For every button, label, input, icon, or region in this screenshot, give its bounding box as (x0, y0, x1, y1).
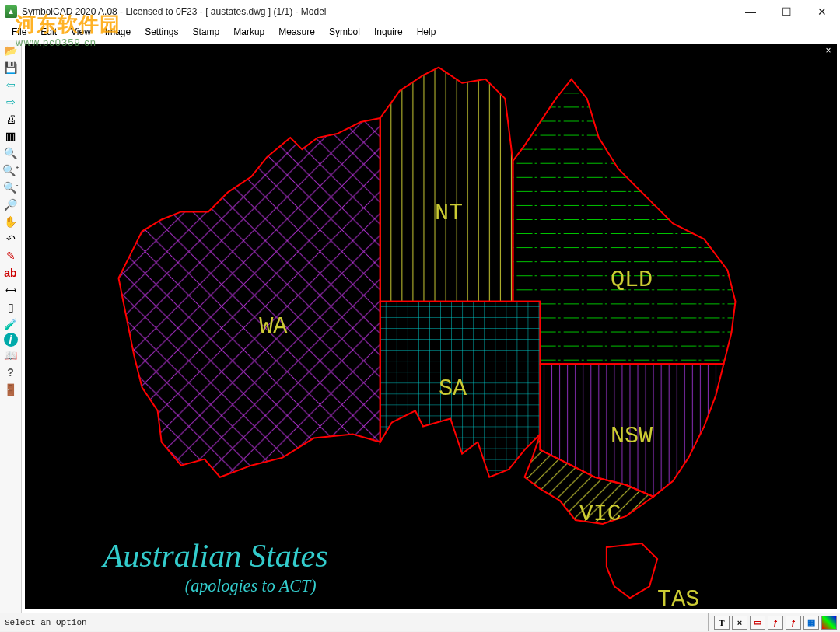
indicator-close[interactable]: × (732, 616, 747, 630)
arrow-right-icon[interactable]: ⇨ (2, 93, 20, 110)
canvas-close-icon[interactable]: × (823, 45, 834, 56)
drawing-title: Australian States (100, 537, 327, 574)
statusbar: Select an Option T × ▭ ƒ ƒ ▦ ▦ (0, 613, 840, 631)
book-icon[interactable]: 📖 (2, 347, 20, 364)
menu-symbol[interactable]: Symbol (322, 25, 367, 39)
label-wa: WA (259, 313, 288, 340)
label-nsw: NSW (611, 423, 653, 449)
save-icon[interactable]: 💾 (2, 59, 20, 76)
menu-image[interactable]: Image (98, 25, 138, 39)
menu-settings[interactable]: Settings (138, 25, 185, 39)
printer-icon[interactable]: 🖨 (2, 110, 20, 127)
exit-icon[interactable]: 🚪 (2, 381, 20, 398)
pan-icon[interactable]: ✋ (2, 213, 20, 230)
menu-help[interactable]: Help (410, 25, 443, 39)
lab-icon[interactable]: 🧪 (2, 316, 20, 333)
indicator-z2[interactable]: ƒ (786, 616, 801, 630)
menu-edit[interactable]: Edit (33, 25, 64, 39)
window-maximize-button[interactable]: ☐ (768, 0, 804, 23)
menubar: File Edit View Image Settings Stamp Mark… (0, 23, 840, 40)
menu-inquire[interactable]: Inquire (367, 25, 410, 39)
help-icon[interactable]: ? (2, 364, 20, 381)
indicator-rect[interactable]: ▭ (750, 616, 765, 630)
window-titlebar: ▲ SymbolCAD 2020 A.08 - Licensed to 0F23… (0, 0, 840, 23)
dimension-icon[interactable]: ⟷ (2, 281, 20, 299)
window-title: SymbolCAD 2020 A.08 - Licensed to 0F23 -… (22, 6, 733, 17)
canvas-wrap: × (22, 40, 840, 613)
indicator-grid[interactable]: ▦ (803, 616, 819, 630)
text-tool-icon[interactable]: ab (2, 264, 20, 281)
region-wa (118, 118, 380, 477)
undo-icon[interactable]: ↶ (2, 230, 20, 247)
indicator-z1[interactable]: ƒ (768, 616, 783, 630)
left-toolbar: 📂 💾 ⇦ ⇨ 🖨 ▥ 🔍 🔍+ 🔍- 🔎 ✋ ↶ ✎ ab ⟷ ▯ 🧪 i 📖… (0, 40, 22, 613)
menu-file[interactable]: File (5, 25, 33, 39)
label-vic: VIC (579, 501, 621, 527)
region-qld (513, 79, 735, 364)
label-qld: QLD (611, 267, 653, 293)
stamp-icon[interactable]: ▯ (2, 299, 20, 316)
zoom-out-icon[interactable]: 🔍- (2, 179, 20, 196)
status-indicators: T × ▭ ƒ ƒ ▦ ▦ (709, 613, 840, 631)
window-minimize-button[interactable]: — (733, 0, 768, 23)
drawing-subtitle: (apologies to ACT) (185, 576, 317, 595)
sheet-icon[interactable]: ▥ (2, 127, 20, 145)
label-nt: NT (435, 200, 463, 226)
label-tas: TAS (657, 586, 699, 609)
open-folder-icon[interactable]: 📂 (2, 42, 20, 59)
label-sa: SA (439, 375, 467, 402)
menu-measure[interactable]: Measure (271, 25, 322, 39)
menu-view[interactable]: View (64, 25, 98, 39)
info-icon[interactable]: i (4, 333, 18, 347)
region-tas (607, 543, 657, 598)
app-icon: ▲ (5, 5, 17, 18)
zoom-icon[interactable]: 🔍 (2, 145, 20, 162)
indicator-text[interactable]: T (714, 616, 730, 630)
arrow-left-icon[interactable]: ⇦ (2, 76, 20, 93)
region-nt (380, 68, 513, 302)
menu-stamp[interactable]: Stamp (186, 25, 227, 39)
window-close-button[interactable]: ✕ (804, 0, 840, 23)
indicator-color[interactable]: ▦ (821, 616, 837, 630)
drawing-svg: WA NT QLD SA NSW VIC TAS Australian Stat… (25, 44, 837, 609)
zoom-window-icon[interactable]: 🔎 (2, 196, 20, 213)
workarea: 📂 💾 ⇦ ⇨ 🖨 ▥ 🔍 🔍+ 🔍- 🔎 ✋ ↶ ✎ ab ⟷ ▯ 🧪 i 📖… (0, 40, 840, 613)
drawing-canvas[interactable]: × (25, 44, 837, 609)
status-message: Select an Option (0, 613, 709, 631)
zoom-in-icon[interactable]: 🔍+ (2, 162, 20, 179)
menu-markup[interactable]: Markup (226, 25, 271, 39)
pencil-icon[interactable]: ✎ (2, 247, 20, 264)
